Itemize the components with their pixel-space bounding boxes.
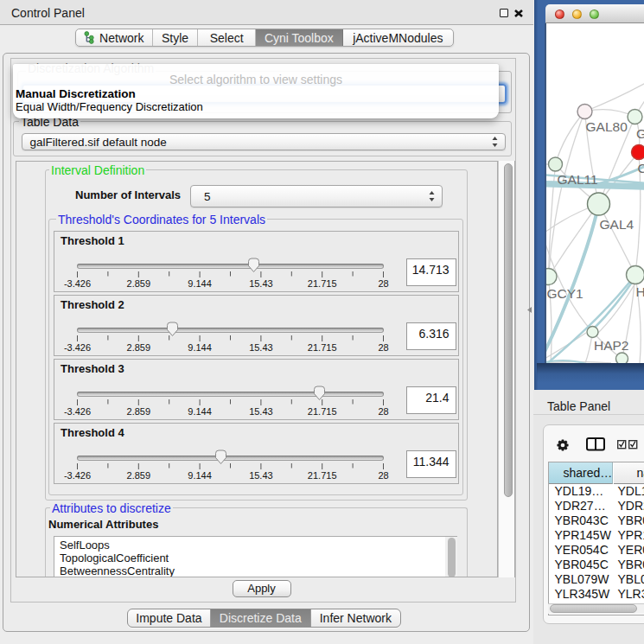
svg-text:HAP2: HAP2: [594, 338, 629, 353]
svg-text:GAL11: GAL11: [558, 172, 598, 187]
svg-text:H: H: [636, 284, 644, 299]
svg-text:GAL80: GAL80: [586, 119, 628, 134]
svg-text:C: C: [638, 161, 644, 175]
svg-text:GAL4: GAL4: [600, 217, 634, 232]
svg-text:GA: GA: [636, 126, 644, 141]
svg-text:GCY1: GCY1: [547, 286, 583, 301]
